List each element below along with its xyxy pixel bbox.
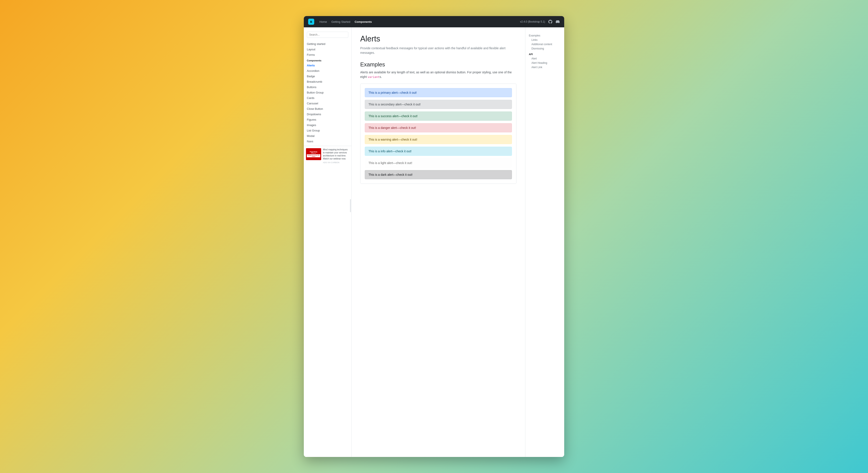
nav-link-components[interactable]: Components — [354, 19, 372, 24]
sidebar-item-forms[interactable]: Forms — [304, 52, 351, 58]
brand-icon: B — [308, 19, 314, 25]
toc-sidebar: Examples Links Additional content Dismis… — [525, 27, 564, 457]
navbar: B Home Getting Started Components v2.4.0… — [304, 16, 564, 27]
nav-link-getting-started[interactable]: Getting Started — [331, 19, 350, 24]
toc-alert[interactable]: Alert — [529, 56, 561, 61]
browser-window: B Home Getting Started Components v2.4.0… — [304, 16, 564, 457]
sidebar-section-components: Components — [304, 58, 351, 63]
sidebar-item-list-group[interactable]: List Group — [304, 128, 351, 133]
alert-warning: This is a warning alert—check it out! — [365, 135, 512, 144]
toc-alert-heading[interactable]: Alert Heading — [529, 61, 561, 65]
toc-dismissing[interactable]: Dismissing — [529, 46, 561, 51]
sidebar-item-close-button[interactable]: Close Button — [304, 106, 351, 112]
sidebar-item-dropdowns[interactable]: Dropdowns — [304, 112, 351, 117]
ad-type: Webinar — [311, 153, 316, 154]
sidebar-item-getting-started[interactable]: Getting started — [304, 41, 351, 46]
alert-secondary: This is a secondary alert—check it out! — [365, 100, 512, 109]
ad-description: Mind mapping techniques to maintain your… — [323, 148, 349, 164]
alert-primary: This is a primary alert—check it out! — [365, 88, 512, 97]
alert-success: This is a success alert—check it out! — [365, 112, 512, 121]
sidebar-ad: PagerDuty Webinar Setting up services li… — [304, 146, 351, 166]
alert-dark: This is a dark alert—check it out! — [365, 170, 512, 179]
examples-section-title: Examples — [360, 61, 517, 68]
sidebar-item-accordion[interactable]: Accordion — [304, 68, 351, 73]
page-description: Provide contextual feedback messages for… — [360, 46, 512, 55]
alert-danger: This is a danger alert—check it out! — [365, 123, 512, 132]
sidebar: Getting started Layout Forms Components … — [304, 27, 351, 457]
navbar-right: v2.4.0 (Bootstrap 5.1) — [520, 20, 560, 24]
page-title: Alerts — [360, 34, 517, 43]
ads-label: ADS VIA CARBON — [323, 161, 349, 164]
content-area: Alerts Provide contextual feedback messa… — [351, 27, 525, 457]
sidebar-item-modal[interactable]: Modal — [304, 133, 351, 139]
search-input[interactable] — [307, 32, 348, 38]
sidebar-item-carousel[interactable]: Carousel — [304, 101, 351, 106]
brand-icon-text: B — [310, 20, 312, 24]
sidebar-item-navs[interactable]: Navs — [304, 139, 351, 144]
version-badge[interactable]: v2.4.0 (Bootstrap 5.1) — [520, 20, 545, 23]
ad-title: Setting up services like a boss — [307, 154, 320, 157]
sidebar-item-images[interactable]: Images — [304, 122, 351, 128]
sidebar-item-button-group[interactable]: Button Group — [304, 90, 351, 95]
sidebar-item-breadcrumb[interactable]: Breadcrumb — [304, 79, 351, 85]
sidebar-item-cards[interactable]: Cards — [304, 95, 351, 101]
sidebar-item-figures[interactable]: Figures — [304, 117, 351, 122]
toc-api-section: API — [529, 51, 561, 56]
sidebar-item-alerts[interactable]: Alerts — [304, 63, 351, 68]
alert-light: This is a light alert—check it out! — [365, 158, 512, 167]
discord-icon[interactable] — [556, 20, 560, 24]
navbar-brand: B — [308, 19, 314, 25]
code-variant: variant — [368, 75, 379, 78]
sidebar-nav: Getting started Layout Forms Components … — [304, 41, 351, 144]
toc-alert-link[interactable]: Alert Link — [529, 65, 561, 69]
github-icon[interactable] — [548, 20, 553, 24]
toc-links[interactable]: Links — [529, 38, 561, 42]
alert-info: This is a info alert—check it out! — [365, 147, 512, 156]
sidebar-item-buttons[interactable]: Buttons — [304, 85, 351, 90]
main-layout: Getting started Layout Forms Components … — [304, 27, 564, 457]
section-description: Alerts are available for any length of t… — [360, 70, 517, 79]
sidebar-item-layout[interactable]: Layout — [304, 46, 351, 52]
sidebar-search-container — [304, 30, 351, 39]
nav-links: Home Getting Started Components — [319, 19, 515, 24]
toc-additional-content[interactable]: Additional content — [529, 42, 561, 46]
nav-link-home[interactable]: Home — [319, 19, 327, 24]
ad-brand: PagerDuty — [310, 151, 317, 153]
sidebar-item-badge[interactable]: Badge — [304, 73, 351, 79]
toc-examples[interactable]: Examples — [529, 33, 561, 38]
alerts-container: This is a primary alert—check it out! Th… — [360, 84, 517, 184]
ad-image: PagerDuty Webinar Setting up services li… — [306, 148, 321, 160]
